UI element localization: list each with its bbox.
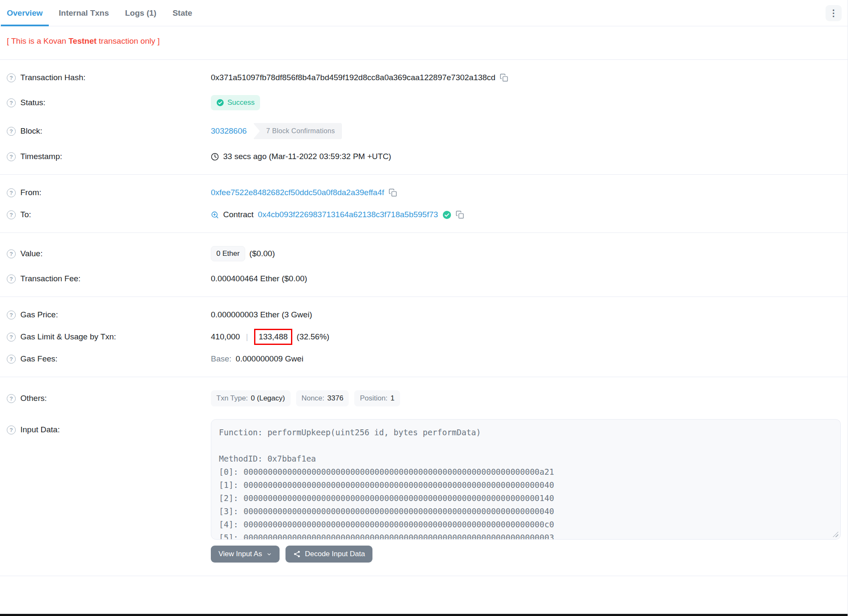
testnet-notice: [ This is a Kovan Testnet transaction on… [0,26,848,60]
input-hex-row: [2]:000000000000000000000000000000000000… [219,492,833,505]
transaction-fee-label: Transaction Fee: [20,274,81,283]
row-transaction-hash: ? Transaction Hash: 0x371a51097fb78df856… [7,67,841,89]
help-icon: ? [7,188,16,197]
transaction-details-page: Overview Internal Txns Logs (1) State ⋮ … [0,0,848,616]
row-timestamp: ? Timestamp: 33 secs ago (Mar-11-2022 03… [7,146,841,168]
notice-bold: Testnet [68,36,96,45]
value-usd: ($0.00) [249,249,275,258]
section-hash-status-block-time: ? Transaction Hash: 0x371a51097fb78df856… [0,60,848,175]
to-label: To: [20,210,31,219]
status-label: Status: [20,98,45,107]
row-from: ? From: 0xfee7522e8482682cf50ddc50a0f8da… [7,182,841,204]
help-icon: ? [7,274,16,283]
row-gas-price: ? Gas Price: 0.000000003 Ether (3 Gwei) [7,304,841,326]
input-hex-row: [0]:000000000000000000000000000000000000… [219,465,833,479]
row-gas-limit-usage: ? Gas Limit & Usage by Txn: 410,000 | 13… [7,326,841,348]
row-others: ? Others: Txn Type: 0 (Legacy) Nonce: 33… [7,384,841,413]
clock-icon [211,153,219,161]
chevron-down-icon [266,552,272,557]
help-icon: ? [7,127,16,136]
row-value: ? Value: 0 Ether ($0.00) [7,240,841,268]
status-badge: Success [211,95,260,110]
block-confirmations-badge: 7 Block Confirmations [253,123,342,139]
input-data-actions: View Input As Decode Input Data [211,546,841,563]
row-input-data: ? Input Data: Function: performUpkeep(ui… [7,413,841,569]
decode-input-data-button[interactable]: Decode Input Data [285,546,373,563]
position-badge: Position: 1 [354,390,400,406]
copy-icon[interactable] [500,73,508,82]
gas-used-value: 133,488 [259,332,288,341]
help-icon: ? [7,73,16,82]
help-icon: ? [7,152,16,161]
row-status: ? Status: Success [7,89,841,117]
tab-internal-txns[interactable]: Internal Txns [59,0,109,26]
tab-bar: Overview Internal Txns Logs (1) State ⋮ [0,0,848,26]
from-address-link[interactable]: 0xfee7522e8482682cf50ddc50a0f8da2a39effa… [211,188,384,197]
transaction-fee-value: 0.000400464 Ether ($0.00) [211,274,307,283]
transaction-hash-label: Transaction Hash: [20,73,85,82]
value-amount-badge: 0 Ether [211,246,245,261]
to-address-link[interactable]: 0x4cb093f226983713164a62138c3f718a5b595f… [258,210,438,219]
zoom-in-icon[interactable] [211,211,219,219]
row-block: ? Block: 30328606 7 Block Confirmations [7,117,841,146]
input-hex-row: [3]:000000000000000000000000000000000000… [219,505,833,518]
help-icon: ? [7,249,16,258]
gas-used-percent: (32.56%) [297,332,329,342]
tab-state[interactable]: State [173,0,192,26]
section-from-to: ? From: 0xfee7522e8482682cf50ddc50a0f8da… [0,175,848,233]
section-value-fee: ? Value: 0 Ether ($0.00) ? Transaction F… [0,233,848,297]
input-hex-row: [5]:000000000000000000000000000000000000… [219,531,833,540]
input-function-line: Function: performUpkeep(uint256 id, byte… [219,426,833,439]
textarea-resize-handle[interactable] [833,532,838,537]
more-options-button[interactable]: ⋮ [826,5,842,21]
help-icon: ? [7,394,16,403]
value-label: Value: [20,249,42,258]
help-icon: ? [7,210,16,219]
help-icon: ? [7,333,16,342]
tab-logs[interactable]: Logs (1) [125,0,157,26]
help-icon: ? [7,355,16,364]
timestamp-label: Timestamp: [20,152,62,161]
nonce-badge: Nonce: 3376 [296,390,349,406]
others-label: Others: [20,394,47,403]
to-contract-text: Contract [223,210,254,219]
row-to: ? To: Contract 0x4cb093f226983713164a621… [7,204,841,226]
notice-prefix: [ This is a Kovan [7,36,68,45]
copy-icon[interactable] [456,210,464,219]
tab-overview[interactable]: Overview [7,0,43,26]
gas-limit-value: 410,000 [211,332,240,342]
help-icon: ? [7,311,16,319]
gas-limit-separator: | [244,332,250,342]
transaction-hash-value: 0x371a51097fb78df856f8b4a7bd459f192d8cc8… [211,73,495,82]
check-circle-icon [216,99,224,106]
notice-suffix: transaction only ] [97,36,160,45]
row-gas-fees: ? Gas Fees: Base: 0.000000009 Gwei [7,348,841,370]
input-hex-row: [1]:000000000000000000000000000000000000… [219,479,833,492]
gas-limit-usage-label: Gas Limit & Usage by Txn: [20,332,116,342]
gas-price-value: 0.000000003 Ether (3 Gwei) [211,310,312,319]
txn-type-badge: Txn Type: 0 (Legacy) [211,390,291,406]
help-icon: ? [7,426,16,434]
gas-fees-base-value: 0.000000009 Gwei [236,354,304,364]
verified-check-icon [442,210,451,219]
input-data-textarea[interactable]: Function: performUpkeep(uint256 id, byte… [211,419,841,540]
help-icon: ? [7,98,16,107]
from-label: From: [20,188,42,197]
block-label: Block: [20,126,42,136]
row-transaction-fee: ? Transaction Fee: 0.000400464 Ether ($0… [7,268,841,290]
gas-fees-base-label: Base: [211,354,232,364]
input-methodid-line: MethodID: 0x7bbaf1ea [219,452,833,465]
gas-fees-label: Gas Fees: [20,354,58,364]
block-number-link[interactable]: 30328606 [211,126,247,136]
copy-icon[interactable] [389,188,397,197]
section-gas: ? Gas Price: 0.000000003 Ether (3 Gwei) … [0,297,848,377]
input-blank-line [219,439,833,452]
decode-icon [293,550,301,558]
view-input-as-button[interactable]: View Input As [211,546,280,563]
timestamp-value: 33 secs ago (Mar-11-2022 03:59:32 PM +UT… [223,152,391,161]
section-others-input: ? Others: Txn Type: 0 (Legacy) Nonce: 33… [0,377,848,576]
window-bottom-edge [0,614,848,616]
input-hex-row: [4]:000000000000000000000000000000000000… [219,518,833,531]
input-data-label: Input Data: [20,425,60,434]
kebab-icon: ⋮ [829,8,838,17]
